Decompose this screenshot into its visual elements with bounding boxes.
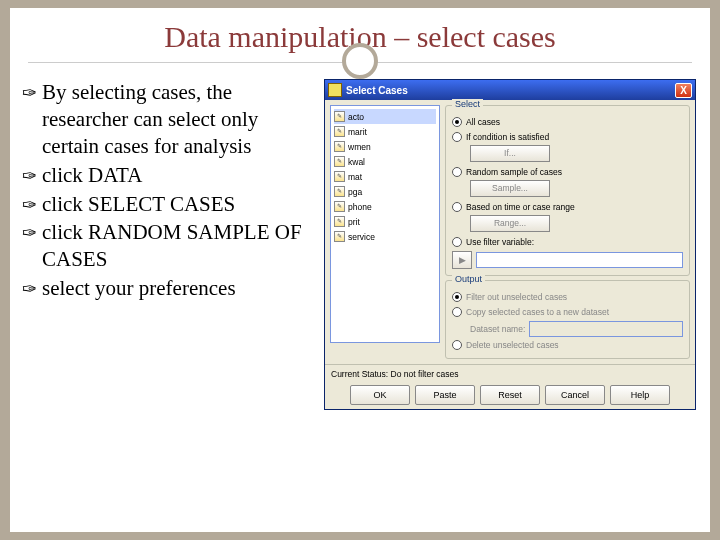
variable-label: kwal <box>348 157 365 167</box>
variable-label: phone <box>348 202 372 212</box>
status-text: Current Status: Do not filter cases <box>325 364 695 381</box>
title-circle-decoration <box>342 43 378 79</box>
radio-label: If condition is satisfied <box>466 132 549 142</box>
groupbox-legend: Select <box>452 99 483 109</box>
variable-item[interactable]: ✎mat <box>334 169 436 184</box>
bullet-list: ✑By selecting cases, the researcher can … <box>16 79 316 410</box>
bullet-icon: ✑ <box>16 79 42 160</box>
close-button[interactable]: X <box>675 83 692 98</box>
variable-item[interactable]: ✎prit <box>334 214 436 229</box>
variable-label: mat <box>348 172 362 182</box>
output-groupbox: Output Filter out unselected cases Copy … <box>445 280 690 359</box>
bullet-icon: ✑ <box>16 275 42 302</box>
dialog-title: Select Cases <box>346 85 408 96</box>
bullet-text: click SELECT CASES <box>42 191 316 218</box>
radio-random-sample[interactable]: Random sample of cases <box>452 164 683 179</box>
variable-icon: ✎ <box>334 216 345 227</box>
bullet-text: By selecting cases, the researcher can s… <box>42 79 316 160</box>
variable-label: prit <box>348 217 360 227</box>
variable-item[interactable]: ✎phone <box>334 199 436 214</box>
if-button[interactable]: If... <box>470 145 550 162</box>
cancel-button[interactable]: Cancel <box>545 385 605 405</box>
radio-icon <box>452 307 462 317</box>
radio-icon <box>452 340 462 350</box>
variable-label: pga <box>348 187 362 197</box>
variable-item[interactable]: ✎wmen <box>334 139 436 154</box>
select-cases-dialog: Select Cases X ✎acto ✎marit ✎wmen ✎kwal … <box>324 79 696 410</box>
bullet-text: select your preferences <box>42 275 316 302</box>
variable-icon: ✎ <box>334 141 345 152</box>
variable-icon: ✎ <box>334 201 345 212</box>
radio-filter-out[interactable]: Filter out unselected cases <box>452 289 683 304</box>
range-button[interactable]: Range... <box>470 215 550 232</box>
reset-button[interactable]: Reset <box>480 385 540 405</box>
move-variable-button[interactable]: ▶ <box>452 251 472 269</box>
radio-label: Delete unselected cases <box>466 340 559 350</box>
dataset-name-input[interactable] <box>529 321 683 337</box>
variable-label: marit <box>348 127 367 137</box>
bullet-icon: ✑ <box>16 219 42 273</box>
variable-icon: ✎ <box>334 126 345 137</box>
bullet-text: click RANDOM SAMPLE OF CASES <box>42 219 316 273</box>
groupbox-legend: Output <box>452 274 485 284</box>
radio-delete-unselected[interactable]: Delete unselected cases <box>452 337 683 352</box>
variable-icon: ✎ <box>334 111 345 122</box>
title-divider <box>28 62 692 63</box>
radio-range[interactable]: Based on time or case range <box>452 199 683 214</box>
sample-button[interactable]: Sample... <box>470 180 550 197</box>
variable-icon: ✎ <box>334 171 345 182</box>
dialog-titlebar[interactable]: Select Cases X <box>325 80 695 100</box>
variable-item[interactable]: ✎pga <box>334 184 436 199</box>
variable-label: acto <box>348 112 364 122</box>
radio-icon <box>452 292 462 302</box>
select-groupbox: Select All cases If condition is satisfi… <box>445 105 690 276</box>
radio-label: All cases <box>466 117 500 127</box>
dialog-icon <box>328 83 342 97</box>
dataset-name-label: Dataset name: <box>470 324 525 334</box>
bullet-icon: ✑ <box>16 191 42 218</box>
variable-label: wmen <box>348 142 371 152</box>
variable-item[interactable]: ✎marit <box>334 124 436 139</box>
paste-button[interactable]: Paste <box>415 385 475 405</box>
radio-label: Use filter variable: <box>466 237 534 247</box>
radio-icon <box>452 167 462 177</box>
variable-label: service <box>348 232 375 242</box>
bullet-text: click DATA <box>42 162 316 189</box>
variable-icon: ✎ <box>334 231 345 242</box>
filter-variable-input[interactable] <box>476 252 683 268</box>
variable-item[interactable]: ✎service <box>334 229 436 244</box>
radio-icon <box>452 117 462 127</box>
variable-icon: ✎ <box>334 186 345 197</box>
variable-list[interactable]: ✎acto ✎marit ✎wmen ✎kwal ✎mat ✎pga ✎phon… <box>330 105 440 343</box>
radio-label: Copy selected cases to a new dataset <box>466 307 609 317</box>
radio-icon <box>452 202 462 212</box>
ok-button[interactable]: OK <box>350 385 410 405</box>
bullet-icon: ✑ <box>16 162 42 189</box>
variable-item[interactable]: ✎acto <box>334 109 436 124</box>
radio-label: Random sample of cases <box>466 167 562 177</box>
radio-label: Based on time or case range <box>466 202 575 212</box>
radio-label: Filter out unselected cases <box>466 292 567 302</box>
radio-all-cases[interactable]: All cases <box>452 114 683 129</box>
radio-icon <box>452 132 462 142</box>
radio-icon <box>452 237 462 247</box>
radio-filter-variable[interactable]: Use filter variable: <box>452 234 683 249</box>
radio-copy-dataset[interactable]: Copy selected cases to a new dataset <box>452 304 683 319</box>
help-button[interactable]: Help <box>610 385 670 405</box>
variable-icon: ✎ <box>334 156 345 167</box>
dialog-button-row: OK Paste Reset Cancel Help <box>325 381 695 409</box>
variable-item[interactable]: ✎kwal <box>334 154 436 169</box>
radio-if-condition[interactable]: If condition is satisfied <box>452 129 683 144</box>
